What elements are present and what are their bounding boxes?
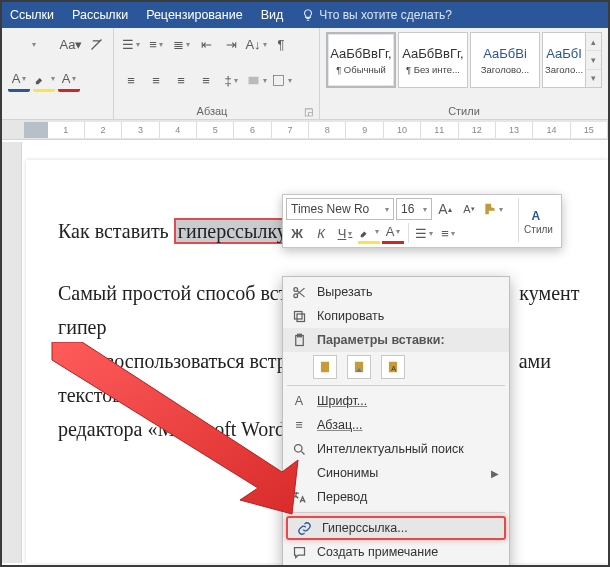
menu-separator — [287, 385, 505, 386]
style-normal[interactable]: АаБбВвГг,¶ Обычный — [326, 32, 396, 88]
svg-point-13 — [294, 444, 302, 452]
ribbon: Aa▾ A A ☰ ≡ ≣ ⇤ ⇥ A↓ ¶ ≡ ≡ ≡ ≡ ‡ Аб — [2, 28, 608, 120]
menu-copy[interactable]: Копировать — [283, 304, 509, 328]
numbering-icon[interactable]: ≡ — [145, 32, 167, 56]
context-menu: Вырезать Копировать Параметры вставки: A… — [282, 276, 510, 567]
smart-lookup-icon — [289, 442, 309, 457]
mini-numbering-icon[interactable]: ≡ — [437, 222, 459, 244]
menu-paste-options-header: Параметры вставки: — [283, 328, 509, 352]
font-select[interactable] — [8, 32, 57, 56]
shading-icon[interactable] — [245, 69, 267, 93]
justify-icon[interactable]: ≡ — [195, 69, 217, 93]
menu-translate[interactable]: Перевод — [283, 485, 509, 509]
font-color-icon[interactable]: A — [58, 68, 80, 92]
menu-synonyms[interactable]: Синонимы ▶ — [283, 461, 509, 485]
sort-icon[interactable]: A↓ — [245, 32, 267, 56]
change-case[interactable]: Aa▾ — [60, 32, 82, 56]
menu-new-comment[interactable]: Создать примечание — [283, 540, 509, 564]
style-no-spacing[interactable]: АаБбВвГг,¶ Без инте... — [398, 32, 468, 88]
tab-view[interactable]: Вид — [261, 8, 284, 22]
align-center-icon[interactable]: ≡ — [145, 69, 167, 93]
mini-styles-button[interactable]: A Стили — [518, 198, 558, 242]
mini-bullets-icon[interactable]: ☰ — [413, 222, 435, 244]
tab-review[interactable]: Рецензирование — [146, 8, 243, 22]
scissors-icon — [289, 285, 309, 300]
menu-paste-options-row: A — [283, 352, 509, 382]
svg-text:A: A — [531, 208, 540, 222]
paste-keep-source-icon[interactable] — [313, 355, 337, 379]
style-heading1[interactable]: АаБбВіЗаголово... — [470, 32, 540, 88]
tab-mailings[interactable]: Рассылки — [72, 8, 128, 22]
mini-toolbar: Times New Ro 16 A▴ A▾ Ж К Ч A ☰ ≡ A Стил… — [282, 194, 562, 248]
menu-smart-lookup[interactable]: Интеллектуальный поиск — [283, 437, 509, 461]
svg-rect-6 — [294, 311, 302, 319]
bullets-icon[interactable]: ☰ — [120, 32, 142, 56]
mini-font-combo[interactable]: Times New Ro — [286, 198, 394, 220]
borders-icon[interactable] — [270, 69, 292, 93]
styles-gallery-nav[interactable]: ▴▾▾ — [586, 32, 602, 88]
horizontal-ruler[interactable]: 123456789101112131415 — [2, 120, 608, 140]
grow-font-icon[interactable]: A▴ — [434, 198, 456, 220]
svg-text:A: A — [391, 365, 396, 372]
translate-icon — [289, 490, 309, 505]
align-right-icon[interactable]: ≡ — [170, 69, 192, 93]
decrease-indent-icon[interactable]: ⇤ — [195, 32, 217, 56]
line-spacing-icon[interactable]: ‡ — [220, 69, 242, 93]
menu-font[interactable]: A Шрифт... — [283, 389, 509, 413]
svg-rect-1 — [273, 76, 283, 86]
increase-indent-icon[interactable]: ⇥ — [220, 32, 242, 56]
dialog-launcher-icon[interactable]: ◲ — [304, 106, 313, 117]
clipboard-icon — [289, 333, 309, 348]
ribbon-tabs: Ссылки Рассылки Рецензирование Вид Что в… — [2, 2, 608, 28]
mini-size-combo[interactable]: 16 — [396, 198, 432, 220]
paragraph-group-label: Абзац — [120, 105, 304, 117]
menu-paragraph[interactable]: ≡ Абзац... — [283, 413, 509, 437]
bold-button[interactable]: Ж — [286, 222, 308, 244]
clear-format-icon[interactable] — [85, 32, 107, 56]
underline-button[interactable]: Ч — [334, 222, 356, 244]
chevron-right-icon: ▶ — [491, 468, 499, 479]
svg-rect-9 — [321, 362, 329, 373]
copy-icon — [289, 309, 309, 324]
tell-me-search[interactable]: Что вы хотите сделать? — [301, 8, 452, 22]
align-left-icon[interactable]: ≡ — [120, 69, 142, 93]
shrink-font-icon[interactable]: A▾ — [458, 198, 480, 220]
mini-highlight-icon[interactable] — [358, 222, 380, 244]
svg-rect-5 — [297, 314, 305, 322]
highlight-icon[interactable] — [33, 68, 55, 92]
show-marks-icon[interactable]: ¶ — [270, 32, 292, 56]
multilevel-list-icon[interactable]: ≣ — [170, 32, 192, 56]
paste-merge-icon[interactable] — [347, 355, 371, 379]
vertical-ruler[interactable] — [2, 142, 22, 563]
menu-cut[interactable]: Вырезать — [283, 280, 509, 304]
paste-text-only-icon[interactable]: A — [381, 355, 405, 379]
paragraph-dialog-icon: ≡ — [289, 418, 309, 432]
mini-font-color-icon[interactable]: A — [382, 222, 404, 244]
selected-text[interactable]: гиперссылку — [174, 218, 291, 244]
styles-group-label: Стили — [326, 105, 602, 117]
italic-button[interactable]: К — [310, 222, 332, 244]
lightbulb-icon — [301, 8, 315, 22]
link-icon — [294, 521, 314, 536]
style-heading2[interactable]: АаБбІЗаголо... — [542, 32, 586, 88]
menu-hyperlink[interactable]: Гиперссылка... — [286, 516, 506, 540]
format-painter-icon[interactable] — [482, 198, 504, 220]
svg-rect-0 — [248, 77, 258, 85]
menu-separator — [287, 512, 505, 513]
tab-references[interactable]: Ссылки — [10, 8, 54, 22]
comment-icon — [289, 545, 309, 560]
text-fill-icon[interactable]: A — [8, 68, 30, 92]
font-dialog-icon: A — [289, 394, 309, 408]
